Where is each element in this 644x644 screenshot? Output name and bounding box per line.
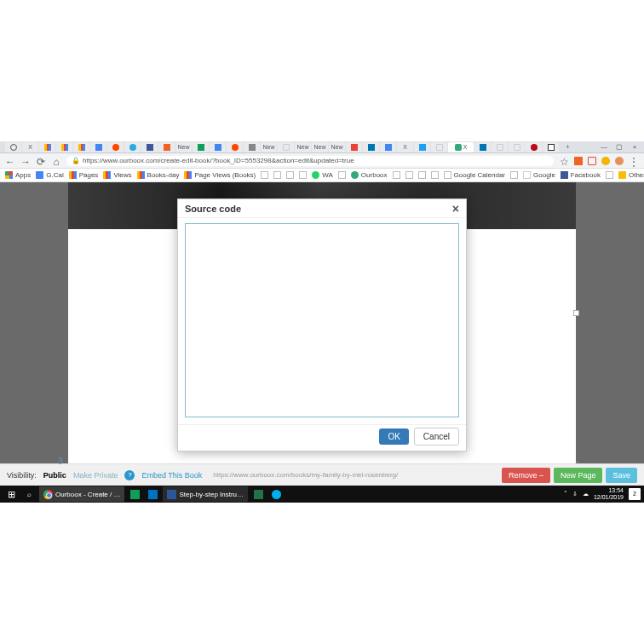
resize-handle-icon[interactable] (573, 310, 579, 316)
tab[interactable] (380, 142, 396, 152)
tab[interactable] (193, 142, 209, 152)
tab[interactable] (90, 142, 106, 152)
bookmark-item[interactable] (338, 171, 346, 179)
clock[interactable]: 13:54 12/01/2019 (594, 487, 624, 501)
tab[interactable] (141, 142, 158, 152)
tray-onedrive-icon[interactable]: ☁ (583, 491, 589, 497)
extension-icon[interactable] (601, 157, 610, 165)
tab[interactable] (492, 142, 508, 152)
bookmark-item[interactable] (431, 171, 439, 179)
notification-icon[interactable]: 2 (629, 488, 641, 500)
cancel-button[interactable]: Cancel (414, 428, 459, 446)
tab-active[interactable]: X (448, 142, 474, 152)
tab[interactable] (474, 142, 491, 152)
bookmark-apps[interactable]: Apps (5, 171, 31, 179)
bookmark-item[interactable] (261, 171, 268, 179)
taskbar-app-skype[interactable] (268, 486, 284, 502)
bookmark-item[interactable] (510, 171, 518, 179)
tab[interactable] (346, 142, 362, 152)
editor-bottom-bar: Visibility: Public Make Private ? Embed … (0, 463, 644, 486)
tab[interactable] (431, 142, 447, 152)
tab[interactable] (158, 142, 175, 152)
tab[interactable]: New (175, 142, 192, 152)
bookmark-item[interactable] (606, 171, 613, 179)
window-minimize[interactable]: — (600, 143, 608, 152)
bookmark-item[interactable]: Views (103, 171, 131, 179)
forward-button[interactable]: → (20, 156, 31, 166)
address-bar: ← → ⟳ ⌂ 🔒 https://www.ourboox.com/create… (0, 153, 644, 169)
bookmark-star-icon[interactable]: ☆ (559, 156, 569, 166)
tab[interactable] (73, 142, 89, 152)
tab[interactable] (509, 142, 525, 152)
taskbar-app-outlook[interactable] (145, 486, 160, 502)
tab[interactable]: New (312, 142, 328, 152)
tab[interactable] (543, 142, 559, 152)
page-close-icon[interactable]: × (575, 458, 579, 466)
help-icon[interactable]: ? (124, 470, 135, 480)
tab-strip: X New New New New New X X + — ▢ (0, 141, 644, 153)
other-bookmarks[interactable]: Other bookmarks (618, 171, 644, 179)
window-maximize[interactable]: ▢ (615, 143, 624, 152)
tab[interactable] (56, 142, 72, 152)
visibility-value: Public (43, 471, 66, 480)
extension-icon[interactable] (588, 157, 596, 165)
tab[interactable]: New (295, 142, 311, 152)
back-button[interactable]: ← (5, 156, 15, 166)
start-button[interactable]: ⊞ (3, 486, 19, 502)
ok-button[interactable]: OK (379, 428, 408, 445)
tab[interactable]: X (397, 142, 413, 152)
bookmark-item[interactable]: Page Views (Books) (184, 171, 256, 179)
tray-dropbox-icon[interactable]: ⇩ (572, 491, 578, 497)
url-input[interactable]: 🔒 https://www.ourboox.com/create-edit-bo… (66, 156, 554, 166)
taskbar-app-excel[interactable] (250, 486, 266, 502)
tray-chevron-up-icon[interactable]: ˄ (564, 491, 567, 497)
tab[interactable] (227, 142, 243, 152)
make-private-link[interactable]: Make Private (73, 471, 118, 480)
bookmark-item[interactable] (286, 171, 294, 179)
bookmark-item[interactable] (405, 171, 413, 179)
tab[interactable] (124, 142, 141, 152)
bookmark-item[interactable] (273, 171, 281, 179)
window-close[interactable]: × (630, 143, 639, 152)
extension-icon[interactable] (574, 157, 583, 165)
profile-avatar[interactable] (615, 157, 624, 165)
taskbar-app-images[interactable] (127, 486, 142, 502)
bookmark-item[interactable]: Books-day (137, 171, 180, 179)
bookmark-item[interactable]: Ourboox (351, 171, 388, 179)
bookmark-item[interactable] (299, 171, 307, 179)
tab[interactable] (5, 142, 21, 152)
tab[interactable]: New (261, 142, 277, 152)
tab[interactable] (363, 142, 379, 152)
lock-icon: 🔒 (72, 157, 80, 164)
save-button[interactable]: Save (606, 468, 637, 483)
bookmark-item[interactable] (418, 171, 426, 179)
tab[interactable] (244, 142, 260, 152)
bookmark-item[interactable]: Google (523, 171, 555, 179)
remove-button[interactable]: Remove – (502, 468, 550, 483)
bookmark-item[interactable] (393, 171, 400, 179)
new-tab-button[interactable]: + (560, 142, 576, 152)
source-code-textarea[interactable] (185, 223, 459, 417)
reload-button[interactable]: ⟳ (36, 156, 46, 166)
taskbar-app-chrome[interactable]: Ourboox - Create / … (39, 486, 124, 502)
tab[interactable] (278, 142, 294, 152)
search-icon[interactable]: ⌕ (21, 486, 37, 502)
bookmark-item[interactable]: G.Cal (36, 171, 63, 179)
tab[interactable] (107, 142, 124, 152)
new-page-button[interactable]: New Page (554, 468, 603, 483)
tab[interactable]: X (22, 142, 38, 152)
tab[interactable] (39, 142, 55, 152)
tab[interactable] (210, 142, 226, 152)
bookmark-item[interactable]: WA (312, 171, 333, 179)
menu-icon[interactable]: ⋮ (629, 156, 639, 166)
tab[interactable] (414, 142, 430, 152)
bookmark-item[interactable]: Pages (69, 171, 99, 179)
bookmark-item[interactable]: Facebook (561, 171, 601, 179)
taskbar-app-word[interactable]: Step-by-step Instru… (163, 486, 248, 502)
bookmark-item[interactable]: Google Calendar (444, 171, 505, 179)
home-button[interactable]: ⌂ (51, 156, 61, 166)
dialog-close-button[interactable]: × (452, 202, 459, 216)
embed-link[interactable]: Embed This Book (141, 471, 202, 480)
tab[interactable]: New (329, 142, 345, 152)
tab[interactable] (526, 142, 542, 152)
